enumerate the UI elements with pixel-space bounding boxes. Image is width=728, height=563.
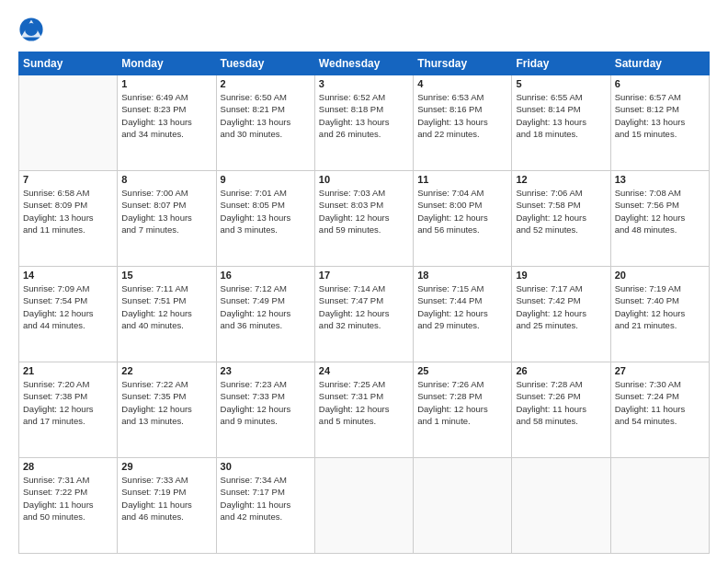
day-info: Sunrise: 7:19 AM Sunset: 7:40 PM Dayligh… <box>615 282 705 331</box>
calendar-cell <box>314 458 413 554</box>
calendar-cell: 11Sunrise: 7:04 AM Sunset: 8:00 PM Dayli… <box>414 171 512 267</box>
calendar-cell <box>19 75 118 171</box>
svg-point-2 <box>25 23 38 36</box>
calendar-cell: 28Sunrise: 7:31 AM Sunset: 7:22 PM Dayli… <box>19 458 118 554</box>
day-header-thursday: Thursday <box>414 52 512 75</box>
header-row: SundayMondayTuesdayWednesdayThursdayFrid… <box>19 52 710 75</box>
day-number: 4 <box>417 78 507 89</box>
calendar-cell: 7Sunrise: 6:58 AM Sunset: 8:09 PM Daylig… <box>19 171 118 267</box>
calendar-cell: 24Sunrise: 7:25 AM Sunset: 7:31 PM Dayli… <box>314 362 413 458</box>
day-info: Sunrise: 6:49 AM Sunset: 8:23 PM Dayligh… <box>121 91 211 140</box>
day-number: 1 <box>121 78 211 89</box>
day-number: 23 <box>221 365 311 376</box>
day-header-friday: Friday <box>512 52 610 75</box>
calendar-cell: 13Sunrise: 7:08 AM Sunset: 7:56 PM Dayli… <box>610 171 709 267</box>
day-number: 24 <box>319 365 409 376</box>
day-number: 30 <box>221 461 311 472</box>
calendar-cell: 9Sunrise: 7:01 AM Sunset: 8:05 PM Daylig… <box>216 171 314 267</box>
day-info: Sunrise: 7:28 AM Sunset: 7:26 PM Dayligh… <box>516 378 606 427</box>
calendar-cell: 21Sunrise: 7:20 AM Sunset: 7:38 PM Dayli… <box>19 362 118 458</box>
calendar-cell: 4Sunrise: 6:53 AM Sunset: 8:16 PM Daylig… <box>414 75 512 171</box>
header <box>18 17 710 42</box>
day-info: Sunrise: 7:22 AM Sunset: 7:35 PM Dayligh… <box>121 378 211 427</box>
day-info: Sunrise: 7:34 AM Sunset: 7:17 PM Dayligh… <box>221 474 311 523</box>
day-number: 29 <box>121 461 211 472</box>
day-info: Sunrise: 6:50 AM Sunset: 8:21 PM Dayligh… <box>221 91 311 140</box>
calendar-cell: 8Sunrise: 7:00 AM Sunset: 8:07 PM Daylig… <box>118 171 216 267</box>
day-number: 6 <box>615 78 705 89</box>
calendar-cell: 25Sunrise: 7:26 AM Sunset: 7:28 PM Dayli… <box>414 362 512 458</box>
day-info: Sunrise: 7:26 AM Sunset: 7:28 PM Dayligh… <box>417 378 507 427</box>
day-header-wednesday: Wednesday <box>314 52 413 75</box>
day-info: Sunrise: 7:30 AM Sunset: 7:24 PM Dayligh… <box>615 378 705 427</box>
day-number: 16 <box>221 270 311 281</box>
day-number: 22 <box>121 365 211 376</box>
day-info: Sunrise: 7:14 AM Sunset: 7:47 PM Dayligh… <box>319 282 409 331</box>
day-header-monday: Monday <box>118 52 216 75</box>
day-number: 10 <box>319 174 409 185</box>
logo-icon <box>18 17 44 42</box>
day-info: Sunrise: 7:20 AM Sunset: 7:38 PM Dayligh… <box>23 378 113 427</box>
logo <box>18 17 48 42</box>
calendar-cell: 1Sunrise: 6:49 AM Sunset: 8:23 PM Daylig… <box>118 75 216 171</box>
calendar-cell: 10Sunrise: 7:03 AM Sunset: 8:03 PM Dayli… <box>314 171 413 267</box>
calendar-cell <box>610 458 709 554</box>
day-number: 15 <box>121 270 211 281</box>
day-number: 3 <box>319 78 409 89</box>
day-number: 26 <box>516 365 606 376</box>
day-number: 18 <box>417 270 507 281</box>
calendar-cell: 12Sunrise: 7:06 AM Sunset: 7:58 PM Dayli… <box>512 171 610 267</box>
day-number: 11 <box>417 174 507 185</box>
day-info: Sunrise: 7:15 AM Sunset: 7:44 PM Dayligh… <box>417 282 507 331</box>
day-number: 14 <box>23 270 113 281</box>
calendar-body: 1Sunrise: 6:49 AM Sunset: 8:23 PM Daylig… <box>19 75 710 554</box>
day-number: 20 <box>615 270 705 281</box>
calendar-week-1: 1Sunrise: 6:49 AM Sunset: 8:23 PM Daylig… <box>19 75 710 171</box>
day-info: Sunrise: 7:00 AM Sunset: 8:07 PM Dayligh… <box>121 187 211 236</box>
day-number: 19 <box>516 270 606 281</box>
calendar-cell: 15Sunrise: 7:11 AM Sunset: 7:51 PM Dayli… <box>118 267 216 362</box>
calendar-week-5: 28Sunrise: 7:31 AM Sunset: 7:22 PM Dayli… <box>19 458 710 554</box>
calendar-cell: 27Sunrise: 7:30 AM Sunset: 7:24 PM Dayli… <box>610 362 709 458</box>
calendar-cell: 18Sunrise: 7:15 AM Sunset: 7:44 PM Dayli… <box>414 267 512 362</box>
day-number: 17 <box>319 270 409 281</box>
day-number: 27 <box>615 365 705 376</box>
calendar-cell: 17Sunrise: 7:14 AM Sunset: 7:47 PM Dayli… <box>314 267 413 362</box>
calendar-week-2: 7Sunrise: 6:58 AM Sunset: 8:09 PM Daylig… <box>19 171 710 267</box>
calendar-cell: 2Sunrise: 6:50 AM Sunset: 8:21 PM Daylig… <box>216 75 314 171</box>
calendar-cell: 14Sunrise: 7:09 AM Sunset: 7:54 PM Dayli… <box>19 267 118 362</box>
day-info: Sunrise: 6:55 AM Sunset: 8:14 PM Dayligh… <box>516 91 606 140</box>
day-info: Sunrise: 7:08 AM Sunset: 7:56 PM Dayligh… <box>615 187 705 236</box>
day-info: Sunrise: 7:33 AM Sunset: 7:19 PM Dayligh… <box>121 474 211 523</box>
day-number: 28 <box>23 461 113 472</box>
day-number: 21 <box>23 365 113 376</box>
page: SundayMondayTuesdayWednesdayThursdayFrid… <box>0 0 728 563</box>
day-number: 2 <box>221 78 311 89</box>
day-info: Sunrise: 6:57 AM Sunset: 8:12 PM Dayligh… <box>615 91 705 140</box>
calendar-cell: 26Sunrise: 7:28 AM Sunset: 7:26 PM Dayli… <box>512 362 610 458</box>
day-number: 9 <box>221 174 311 185</box>
day-info: Sunrise: 6:53 AM Sunset: 8:16 PM Dayligh… <box>417 91 507 140</box>
calendar-cell: 6Sunrise: 6:57 AM Sunset: 8:12 PM Daylig… <box>610 75 709 171</box>
calendar-cell: 22Sunrise: 7:22 AM Sunset: 7:35 PM Dayli… <box>118 362 216 458</box>
day-info: Sunrise: 6:58 AM Sunset: 8:09 PM Dayligh… <box>23 187 113 236</box>
calendar-header: SundayMondayTuesdayWednesdayThursdayFrid… <box>19 52 710 75</box>
day-number: 25 <box>417 365 507 376</box>
day-number: 8 <box>121 174 211 185</box>
calendar-cell: 5Sunrise: 6:55 AM Sunset: 8:14 PM Daylig… <box>512 75 610 171</box>
day-header-sunday: Sunday <box>19 52 118 75</box>
day-number: 12 <box>516 174 606 185</box>
day-number: 7 <box>23 174 113 185</box>
day-info: Sunrise: 7:06 AM Sunset: 7:58 PM Dayligh… <box>516 187 606 236</box>
day-info: Sunrise: 7:17 AM Sunset: 7:42 PM Dayligh… <box>516 282 606 331</box>
day-info: Sunrise: 7:01 AM Sunset: 8:05 PM Dayligh… <box>221 187 311 236</box>
day-number: 13 <box>615 174 705 185</box>
day-info: Sunrise: 6:52 AM Sunset: 8:18 PM Dayligh… <box>319 91 409 140</box>
day-info: Sunrise: 7:09 AM Sunset: 7:54 PM Dayligh… <box>23 282 113 331</box>
calendar-cell: 30Sunrise: 7:34 AM Sunset: 7:17 PM Dayli… <box>216 458 314 554</box>
calendar-cell: 23Sunrise: 7:23 AM Sunset: 7:33 PM Dayli… <box>216 362 314 458</box>
day-info: Sunrise: 7:03 AM Sunset: 8:03 PM Dayligh… <box>319 187 409 236</box>
day-info: Sunrise: 7:31 AM Sunset: 7:22 PM Dayligh… <box>23 474 113 523</box>
calendar-cell: 19Sunrise: 7:17 AM Sunset: 7:42 PM Dayli… <box>512 267 610 362</box>
day-info: Sunrise: 7:11 AM Sunset: 7:51 PM Dayligh… <box>121 282 211 331</box>
